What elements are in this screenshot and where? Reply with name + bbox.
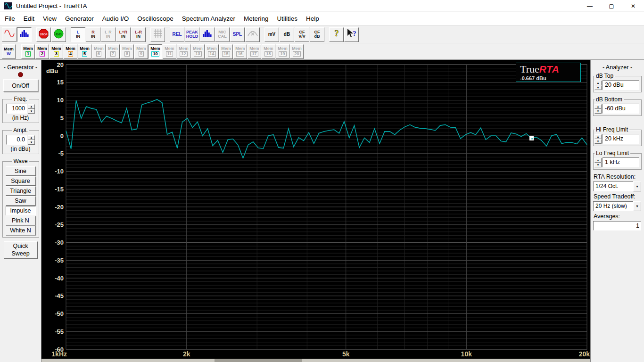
minimize-button[interactable]: — — [579, 0, 601, 12]
wave-impulse-button[interactable]: Impulse — [6, 206, 36, 215]
stop-button[interactable]: STOP — [36, 27, 51, 42]
window-title: Untitled Project - TrueRTA — [16, 2, 87, 9]
db-bottom-spin-up[interactable]: ▲ — [594, 104, 602, 109]
mem-2-button[interactable]: Mem2 — [35, 44, 49, 59]
svg-text:0: 0 — [60, 132, 64, 140]
db-top-field[interactable]: 20 dBu — [603, 80, 639, 90]
cf-vv-button[interactable]: CFV/V — [295, 27, 309, 42]
db-bottom-spin-down[interactable]: ▼ — [594, 109, 602, 114]
context-help-button[interactable]: ? — [344, 27, 359, 42]
svg-text:15: 15 — [57, 79, 64, 86]
menu-item-help[interactable]: Help — [302, 13, 323, 25]
svg-text:?: ? — [334, 28, 339, 38]
memory-bar: MemWMem1Mem2Mem3Mem4Mem5Mem6Mem7Mem8Mem9… — [0, 43, 644, 60]
hi-freq-field[interactable]: 20 kHz — [603, 134, 639, 144]
lo-freq-spin-up[interactable]: ▲ — [594, 158, 602, 163]
speed-tradeoff-dropdown-arrow-icon[interactable]: ▼ — [633, 201, 641, 211]
mv-button[interactable]: mV — [264, 27, 279, 42]
freq-input[interactable]: 1000 — [6, 104, 27, 114]
db-top-legend: dB Top — [594, 73, 615, 79]
db-button[interactable]: dB — [280, 27, 294, 42]
wave-square-button[interactable]: Square — [6, 176, 36, 186]
rta-resolution-dropdown[interactable]: 1/24 Oct. ▼ — [593, 181, 641, 191]
mem-10-button[interactable]: Mem10 — [149, 44, 162, 59]
mem-w-button[interactable]: MemW — [2, 44, 16, 59]
wave-saw-button[interactable]: Saw — [6, 196, 36, 206]
mem-15-button: Mem15 — [219, 44, 233, 59]
db-top-spin-down[interactable]: ▼ — [594, 85, 602, 90]
menu-item-audio-i-o[interactable]: Audio I/O — [98, 13, 133, 25]
ampl-spin-down[interactable]: ▼ — [28, 140, 35, 145]
mem-number: 14 — [208, 51, 215, 57]
wave-sine-button[interactable]: Sine — [6, 166, 36, 176]
menu-item-file[interactable]: File — [0, 13, 19, 25]
hi-freq-spin-down[interactable]: ▼ — [594, 139, 602, 144]
cursor-readout: -0.667 dBu — [520, 75, 580, 81]
bar-display-button[interactable] — [200, 27, 215, 42]
averages-label: Averages: — [594, 213, 642, 220]
menu-item-edit[interactable]: Edit — [19, 13, 39, 25]
mem-5-button[interactable]: Mem5 — [78, 44, 91, 59]
svg-text:-20: -20 — [55, 204, 64, 211]
mem-4-button[interactable]: Mem4 — [64, 44, 77, 59]
wave-white-n-button[interactable]: White N — [6, 226, 36, 235]
freq-legend: Freq. — [12, 96, 28, 102]
menu-item-spectrum-analyzer[interactable]: Spectrum Analyzer — [178, 13, 239, 25]
mem-9-button: Mem9 — [134, 44, 148, 59]
go-button[interactable]: GO — [51, 27, 66, 42]
cf-db-button[interactable]: CFdB — [310, 27, 324, 42]
graph-hscrollbar[interactable] — [41, 359, 590, 362]
mem-label: Mem — [179, 47, 189, 51]
close-button[interactable]: ✕ — [622, 0, 644, 12]
spectrum-graph[interactable]: dBu-60-55-50-45-40-35-30-25-20-15-10-505… — [41, 60, 590, 362]
freq-spin-down[interactable]: ▼ — [28, 109, 35, 114]
peak-hold-button[interactable]: PEAKHOLD — [185, 27, 199, 42]
menu-item-metering[interactable]: Metering — [239, 13, 273, 25]
db-bottom-field[interactable]: -60 dBu — [603, 104, 639, 114]
mem-label: Mem — [264, 47, 273, 51]
left-input-button[interactable]: LIN — [71, 27, 85, 42]
help-button[interactable]: ? — [329, 27, 344, 42]
rel-button[interactable]: REL — [170, 27, 184, 42]
averages-input[interactable]: 1 — [593, 221, 641, 230]
menu-item-utilities[interactable]: Utilities — [273, 13, 302, 25]
ampl-spin-up[interactable]: ▲ — [28, 135, 35, 140]
mem-label: Mem — [249, 47, 259, 51]
menu-item-generator[interactable]: Generator — [61, 13, 98, 25]
lo-freq-group: Lo Freq Limit ▲ ▼ 1 kHz — [593, 150, 642, 170]
mem-17-button: Mem17 — [248, 44, 261, 59]
lo-freq-field[interactable]: 1 kHz — [603, 157, 639, 167]
quick-sweep-button[interactable]: Quick Sweep — [4, 241, 38, 259]
ampl-input[interactable]: 0.0 — [6, 135, 27, 145]
speed-tradeoff-label: Speed Tradeoff: — [594, 193, 642, 200]
svg-text:-55: -55 — [55, 328, 64, 335]
generator-sine-button[interactable] — [2, 27, 17, 42]
freq-spin-up[interactable]: ▲ — [28, 104, 35, 109]
wave-pink-n-button[interactable]: Pink N — [6, 216, 36, 225]
grid-button — [150, 27, 165, 42]
menu-item-view[interactable]: View — [39, 13, 61, 25]
l-plus-r-input-button[interactable]: L+RIN — [116, 27, 131, 42]
mem-1-button[interactable]: Mem1 — [21, 44, 35, 59]
lo-freq-spin-down[interactable]: ▼ — [594, 163, 602, 167]
maximize-button[interactable]: ▢ — [601, 0, 622, 12]
hi-freq-spin-up[interactable]: ▲ — [594, 134, 602, 139]
generator-panel: - Generator - On/Off Freq. 1000 ▲ ▼ (in … — [0, 60, 41, 362]
bar-display-icon — [203, 30, 212, 39]
spl-button[interactable]: SPL — [230, 27, 245, 42]
graph-hscrollbar-thumb[interactable] — [215, 359, 302, 362]
db-top-spin-up[interactable]: ▲ — [594, 81, 602, 85]
speed-tradeoff-value: 20 Hz (slow) — [593, 201, 633, 211]
stop-icon: STOP — [39, 29, 49, 41]
speed-tradeoff-dropdown[interactable]: 20 Hz (slow) ▼ — [593, 201, 641, 211]
mem-number: 11 — [166, 51, 173, 57]
mem-number: 16 — [236, 51, 244, 57]
menu-item-oscilloscope[interactable]: Oscilloscope — [133, 13, 178, 25]
l-minus-r-input-button[interactable]: L-RIN — [131, 27, 146, 42]
right-input-button[interactable]: RIN — [86, 27, 100, 42]
generator-onoff-button[interactable]: On/Off — [3, 79, 38, 92]
rta-resolution-dropdown-arrow-icon[interactable]: ▼ — [633, 181, 641, 191]
wave-triangle-button[interactable]: Triangle — [6, 186, 36, 196]
mem-3-button[interactable]: Mem3 — [50, 44, 63, 59]
spectrum-analyzer-button[interactable] — [17, 27, 32, 42]
